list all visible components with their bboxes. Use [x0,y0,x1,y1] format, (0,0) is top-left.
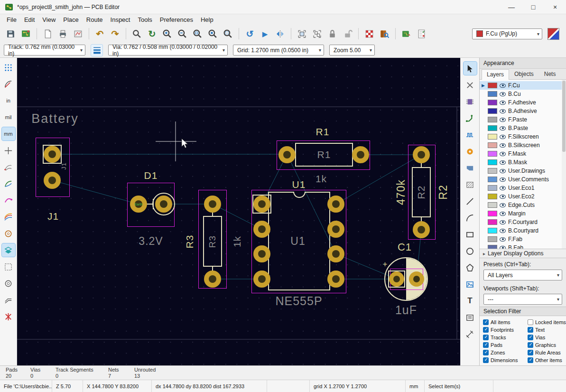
filter-dimensions[interactable]: Dimensions [483,356,528,364]
page-settings-button[interactable] [41,27,55,41]
visibility-eye-icon[interactable] [500,195,506,199]
print-button[interactable] [56,27,70,41]
layer-row[interactable]: F.Mask [480,149,566,158]
track-display-mode-button[interactable] [2,293,15,307]
menu-preferences[interactable]: Preferences [156,15,197,24]
board-setup-button[interactable] [19,27,33,41]
layer-row[interactable]: Margin [480,209,566,218]
zoom-out-button[interactable] [176,27,189,41]
layer-color-swatch[interactable] [488,151,497,157]
visibility-eye-icon[interactable] [500,152,506,156]
layer-color-swatch[interactable] [488,91,497,97]
filter-footprints[interactable]: Footprints [483,326,528,333]
tune-length-button[interactable] [464,128,477,141]
inactive-layer-dim-button[interactable] [2,243,15,257]
layer-color-swatch[interactable] [488,142,497,148]
layer-color-swatch[interactable] [488,168,497,174]
redo-button[interactable]: ↷ [108,27,122,41]
checkbox[interactable] [528,350,533,355]
visibility-eye-icon[interactable] [500,109,506,113]
layer-row[interactable]: B.Cu [480,90,566,98]
filter-tracks[interactable]: Tracks [483,334,528,341]
visibility-eye-icon[interactable] [500,169,506,173]
ratsnest-visibility-button[interactable] [2,160,15,174]
add-image-button[interactable] [464,278,477,291]
visibility-eye-icon[interactable] [500,186,506,190]
layer-color-swatch[interactable] [488,100,497,105]
draw-arc-button[interactable] [464,211,477,224]
track-width-select[interactable]: Track: 0.762 mm (0.03000 in) ▾ [4,45,85,56]
menu-tools[interactable]: Tools [134,15,156,24]
add-dimension-button[interactable] [464,327,477,341]
draw-circle-button[interactable] [464,244,477,258]
layer-row[interactable]: User.Drawings [480,167,566,175]
filter-text[interactable]: Text [528,326,566,333]
presets-select[interactable]: All Layers ▾ [483,270,562,280]
layer-row[interactable]: B.Fab [480,243,566,249]
layer-row[interactable]: F.Paste [480,115,566,124]
visibility-eye-icon[interactable] [500,143,506,148]
visibility-eye-icon[interactable] [500,229,506,233]
add-textbox-button[interactable] [464,311,477,324]
layer-color-swatch[interactable] [488,194,497,199]
units-mm-button[interactable]: mm [2,127,15,140]
layers-scrollbar[interactable] [562,80,566,249]
layer-color-swatch[interactable] [488,185,497,191]
layer-row[interactable]: F.Fab [480,235,566,243]
tab-layers[interactable]: Layers [482,69,509,80]
checkbox[interactable] [483,319,489,325]
checkbox[interactable] [528,357,533,363]
layer-color-swatch[interactable] [488,219,497,225]
drc-button[interactable] [362,27,376,41]
filter-other-items[interactable]: Other items [528,356,566,364]
checkbox[interactable] [528,319,533,325]
ungroup-button[interactable] [310,27,324,41]
checkbox[interactable] [483,327,489,333]
units-inches-button[interactable]: in [2,94,15,107]
layer-row[interactable]: User.Eco2 [480,192,566,201]
checkbox[interactable] [528,342,533,348]
zoom-select[interactable]: Zoom 5.00 ▾ [329,45,375,56]
net-colors-button[interactable] [2,210,15,224]
layer-display-options[interactable]: ▸ Layer Display Options [480,249,566,258]
maximize-button[interactable]: □ [522,0,544,14]
grid-settings-button[interactable] [2,61,15,74]
visibility-eye-icon[interactable] [500,212,506,216]
active-layer-select[interactable]: F.Cu (PgUp) ▾ [472,28,542,39]
visibility-eye-icon[interactable] [500,84,506,88]
draw-rectangle-button[interactable] [464,228,477,241]
group-button[interactable] [295,27,309,41]
rotate-ccw-button[interactable]: ↺ [243,27,257,41]
plot-button[interactable] [71,27,85,41]
layer-color-swatch[interactable] [488,125,497,131]
via-size-select[interactable]: Via: 0.762 / 0.508 mm (0.03000 / 0.02000… [108,45,228,56]
visibility-eye-icon[interactable] [500,101,506,105]
high-contrast-mode-button[interactable] [2,310,15,323]
visibility-eye-icon[interactable] [500,203,506,207]
checkbox[interactable] [483,342,489,348]
layer-row[interactable]: Edge.Cuts [480,201,566,209]
menu-view[interactable]: View [38,15,59,24]
tab-nets[interactable]: Nets [539,69,561,79]
layer-row[interactable]: B.Paste [480,124,566,132]
crosshair-style-button[interactable] [2,144,15,157]
layer-color-swatch[interactable] [488,211,497,216]
layer-row[interactable]: B.Silkscreen [480,141,566,149]
checkbox[interactable] [483,357,489,363]
layer-row[interactable]: B.Mask [480,158,566,167]
visibility-eye-icon[interactable] [500,237,506,242]
add-zone-button[interactable] [464,161,477,175]
filter-zones[interactable]: Zones [483,349,528,356]
layer-color-swatch[interactable] [488,159,497,165]
unlock-button[interactable] [341,27,354,41]
visibility-eye-icon[interactable] [500,177,506,182]
checkbox[interactable] [528,327,533,333]
visibility-eye-icon[interactable] [500,92,506,96]
zoom-in-button[interactable] [160,27,174,41]
zoom-selection-button[interactable] [221,27,235,41]
scrollbar-thumb[interactable] [562,81,566,152]
filter-all-items[interactable]: All items [483,318,528,326]
visibility-eye-icon[interactable] [500,220,506,224]
visibility-eye-icon[interactable] [500,160,506,165]
menu-place[interactable]: Place [59,15,83,24]
